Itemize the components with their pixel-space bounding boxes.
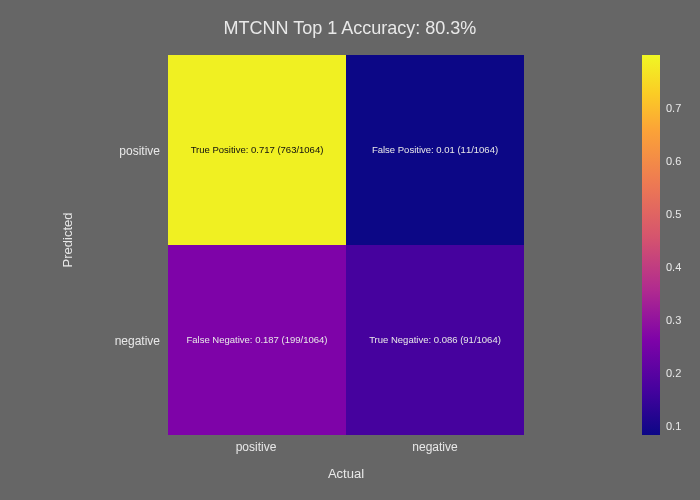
cell-label: False Negative: 0.187 (199/1064) (186, 334, 327, 346)
y-tick-negative: negative (100, 334, 160, 348)
colorbar: 0.1 0.2 0.3 0.4 0.5 0.6 0.7 (642, 55, 660, 435)
colorbar-tick: 0.6 (666, 155, 681, 167)
colorbar-tick: 0.2 (666, 367, 681, 379)
x-tick-positive: positive (216, 440, 296, 454)
chart-title: MTCNN Top 1 Accuracy: 80.3% (0, 18, 700, 39)
y-tick-positive: positive (100, 144, 160, 158)
x-axis-label: Actual (0, 466, 700, 481)
heatmap-grid: True Positive: 0.717 (763/1064) False Po… (168, 55, 524, 435)
cell-false-positive: False Positive: 0.01 (11/1064) (346, 55, 524, 245)
colorbar-tick: 0.7 (666, 102, 681, 114)
cell-true-positive: True Positive: 0.717 (763/1064) (168, 55, 346, 245)
x-tick-negative: negative (395, 440, 475, 454)
cell-true-negative: True Negative: 0.086 (91/1064) (346, 245, 524, 435)
cell-label: True Positive: 0.717 (763/1064) (191, 144, 324, 156)
confusion-matrix-chart: MTCNN Top 1 Accuracy: 80.3% True Positiv… (0, 0, 700, 500)
cell-false-negative: False Negative: 0.187 (199/1064) (168, 245, 346, 435)
y-axis-label: Predicted (60, 213, 75, 268)
colorbar-tick: 0.4 (666, 261, 681, 273)
colorbar-tick: 0.3 (666, 314, 681, 326)
colorbar-gradient (642, 55, 660, 435)
cell-label: True Negative: 0.086 (91/1064) (369, 334, 501, 346)
colorbar-tick: 0.1 (666, 420, 681, 432)
cell-label: False Positive: 0.01 (11/1064) (372, 144, 498, 156)
colorbar-tick: 0.5 (666, 208, 681, 220)
